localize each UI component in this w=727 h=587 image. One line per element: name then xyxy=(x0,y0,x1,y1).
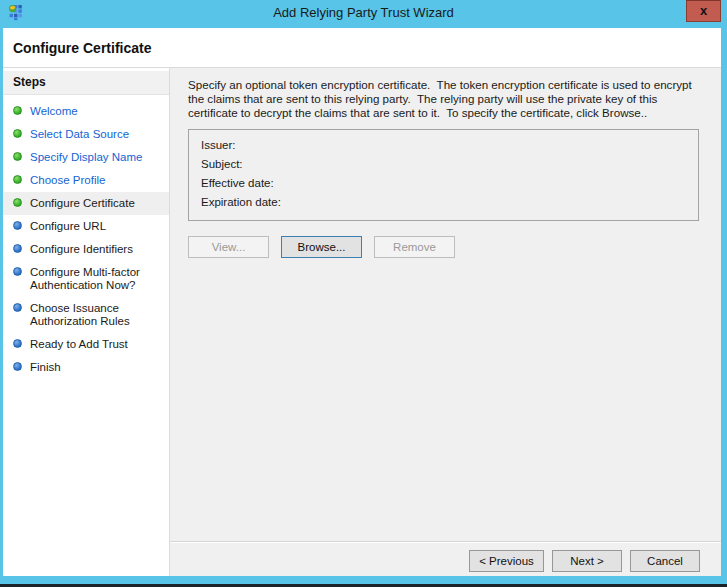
step-item-finish: Finish xyxy=(3,356,169,379)
certificate-issuer-label: Issuer: xyxy=(201,136,686,155)
certificate-button-row: View... Browse... Remove xyxy=(188,236,701,258)
step-current-icon xyxy=(13,198,22,207)
certificate-info-box: Issuer: Subject: Effective date: Expirat… xyxy=(188,129,699,221)
main-content: Specify an optional token encryption cer… xyxy=(170,68,721,541)
previous-button[interactable]: < Previous xyxy=(469,550,544,572)
step-pending-icon xyxy=(13,303,22,312)
step-item-choose-profile[interactable]: Choose Profile xyxy=(3,169,169,192)
step-complete-icon xyxy=(13,152,22,161)
right-panel: Specify an optional token encryption cer… xyxy=(170,68,721,576)
browse-button[interactable]: Browse... xyxy=(281,236,362,258)
step-item-choose-issuance-rules: Choose Issuance Authorization Rules xyxy=(3,297,169,333)
page-title: Configure Certificate xyxy=(13,40,151,56)
step-complete-icon xyxy=(13,175,22,184)
step-item-configure-url: Configure URL xyxy=(3,215,169,238)
step-item-welcome[interactable]: Welcome xyxy=(3,100,169,123)
wizard-dialog: Configure Certificate Steps Welcome Sele… xyxy=(3,28,721,576)
step-item-ready-to-add-trust: Ready to Add Trust xyxy=(3,333,169,356)
wizard-window: Add Relying Party Trust Wizard x Configu… xyxy=(0,0,727,587)
step-item-configure-multifactor: Configure Multi-factor Authentication No… xyxy=(3,261,169,297)
window-title: Add Relying Party Trust Wizard xyxy=(0,0,727,25)
step-item-specify-display-name[interactable]: Specify Display Name xyxy=(3,146,169,169)
steps-sidebar: Steps Welcome Select Data Source Specify… xyxy=(3,68,170,576)
content-row: Steps Welcome Select Data Source Specify… xyxy=(3,68,721,576)
step-complete-icon xyxy=(13,106,22,115)
page-header: Configure Certificate xyxy=(3,28,721,68)
step-complete-icon xyxy=(13,129,22,138)
cancel-button[interactable]: Cancel xyxy=(630,550,700,572)
close-button[interactable]: x xyxy=(686,0,721,22)
view-button: View... xyxy=(188,236,269,258)
certificate-effective-date-label: Effective date: xyxy=(201,174,686,193)
remove-button: Remove xyxy=(374,236,455,258)
step-pending-icon xyxy=(13,362,22,371)
step-item-select-data-source[interactable]: Select Data Source xyxy=(3,123,169,146)
certificate-subject-label: Subject: xyxy=(201,155,686,174)
steps-list: Welcome Select Data Source Specify Displ… xyxy=(3,95,169,379)
steps-header: Steps xyxy=(3,71,169,95)
instruction-text: Specify an optional token encryption cer… xyxy=(188,78,704,120)
step-item-configure-identifiers: Configure Identifiers xyxy=(3,238,169,261)
step-pending-icon xyxy=(13,221,22,230)
certificate-expiration-date-label: Expiration date: xyxy=(201,193,686,212)
footer-bar: < Previous Next > Cancel xyxy=(170,541,721,576)
step-pending-icon xyxy=(13,244,22,253)
titlebar: Add Relying Party Trust Wizard x xyxy=(0,0,727,28)
step-pending-icon xyxy=(13,267,22,276)
step-item-configure-certificate[interactable]: Configure Certificate xyxy=(3,192,169,215)
step-pending-icon xyxy=(13,339,22,348)
next-button[interactable]: Next > xyxy=(552,550,622,572)
